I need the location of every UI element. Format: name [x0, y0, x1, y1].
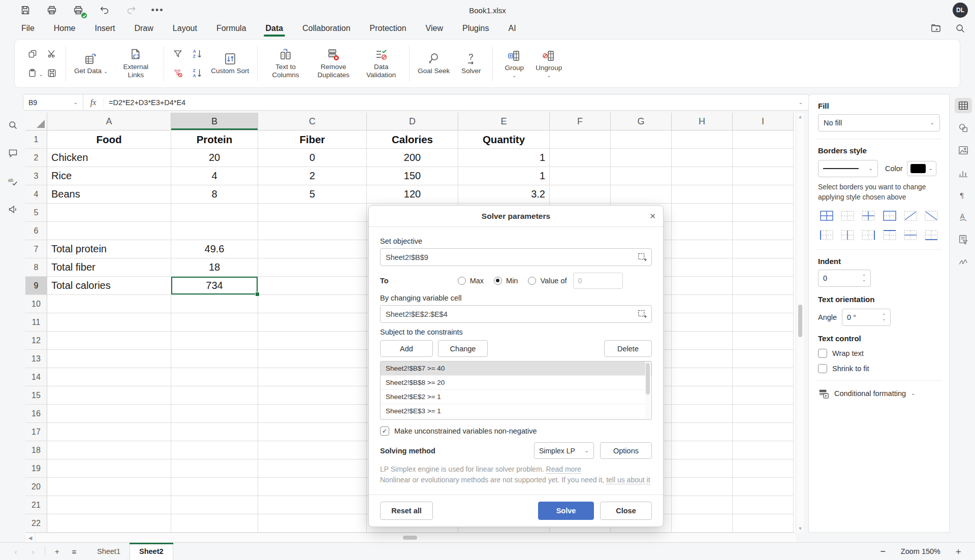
- vertical-scroll-thumb[interactable]: [798, 305, 802, 337]
- cell-H9[interactable]: [672, 277, 733, 295]
- cell-D4[interactable]: 120: [367, 185, 458, 204]
- cell-I12[interactable]: [733, 332, 794, 350]
- cell-H2[interactable]: [672, 149, 733, 167]
- open-location-icon[interactable]: [930, 23, 941, 34]
- cell-G3[interactable]: [611, 167, 672, 185]
- close-button[interactable]: Close: [600, 502, 652, 520]
- options-button[interactable]: Options: [600, 442, 652, 459]
- cell-A13[interactable]: [47, 350, 171, 368]
- cell-B9[interactable]: 734: [171, 277, 258, 295]
- cell-A14[interactable]: [47, 368, 171, 386]
- cell-A4[interactable]: Beans: [47, 185, 171, 204]
- col-header-C[interactable]: C: [258, 113, 367, 130]
- cell-A18[interactable]: [47, 441, 171, 459]
- border-vertical-icon[interactable]: [839, 228, 856, 242]
- cell-I10[interactable]: [733, 295, 794, 313]
- col-header-E[interactable]: E: [458, 113, 550, 130]
- tell-us-link[interactable]: tell us about it: [606, 476, 650, 484]
- cell-I13[interactable]: [733, 350, 794, 368]
- cell-C16[interactable]: [258, 405, 367, 423]
- name-box[interactable]: B9 ⌄: [23, 94, 83, 110]
- row-header-4[interactable]: 4: [25, 185, 47, 204]
- cell-A22[interactable]: [47, 514, 171, 533]
- row-header-3[interactable]: 3: [25, 167, 47, 185]
- conditional-formatting-button[interactable]: Conditional formatting ⌄: [818, 388, 940, 399]
- cell-A17[interactable]: [47, 423, 171, 441]
- cell-A11[interactable]: [47, 313, 171, 332]
- cell-C4[interactable]: 5: [258, 185, 367, 204]
- chart-settings-icon[interactable]: [955, 165, 972, 180]
- cell-H12[interactable]: [672, 332, 733, 350]
- constraint-item[interactable]: Sheet2!$B$8 >= 20: [381, 376, 651, 390]
- row-header-5[interactable]: 5: [25, 204, 47, 222]
- cell-C10[interactable]: [258, 295, 367, 313]
- cell-H1[interactable]: [672, 130, 733, 149]
- cell-H4[interactable]: [672, 185, 733, 204]
- cell-H20[interactable]: [672, 478, 733, 496]
- menu-tab-file[interactable]: File: [20, 22, 36, 35]
- filter-icon[interactable]: [169, 45, 186, 62]
- cell-B3[interactable]: 4: [171, 167, 258, 185]
- set-objective-input[interactable]: Sheet2!$B$9: [380, 248, 652, 266]
- sheet-list-icon[interactable]: ≡: [66, 547, 83, 556]
- menu-tab-collaboration[interactable]: Collaboration: [301, 22, 351, 35]
- cell-I4[interactable]: [733, 185, 794, 204]
- formula-bar-expand-icon[interactable]: ⌄: [793, 101, 809, 105]
- menu-tab-protection[interactable]: Protection: [369, 22, 407, 35]
- goal-seek-button[interactable]: x Goal Seek: [415, 50, 453, 77]
- copy-style-icon[interactable]: [43, 64, 60, 82]
- row-header-1[interactable]: 1: [25, 130, 47, 149]
- cell-I11[interactable]: [733, 313, 794, 332]
- find-icon[interactable]: [8, 120, 18, 130]
- cell-A19[interactable]: [47, 459, 171, 478]
- constraints-scrollbar[interactable]: [645, 362, 651, 419]
- cell-B14[interactable]: [171, 368, 258, 386]
- cell-D2[interactable]: 200: [367, 149, 458, 167]
- spellcheck-icon[interactable]: ab: [7, 176, 18, 187]
- border-left-icon[interactable]: [818, 228, 835, 242]
- cell-H18[interactable]: [672, 441, 733, 459]
- col-header-F[interactable]: F: [550, 113, 611, 130]
- cell-H11[interactable]: [672, 313, 733, 332]
- cell-A7[interactable]: Total protein: [47, 240, 171, 258]
- border-right-icon[interactable]: [860, 228, 877, 242]
- cell-B6[interactable]: [171, 222, 258, 240]
- cell-B18[interactable]: [171, 441, 258, 459]
- stepper-down-icon[interactable]: ⌄: [862, 278, 866, 282]
- cell-H10[interactable]: [672, 295, 733, 313]
- cell-G1[interactable]: [611, 130, 672, 149]
- read-more-link[interactable]: Read more: [546, 465, 581, 474]
- cell-A16[interactable]: [47, 405, 171, 423]
- cell-C13[interactable]: [258, 350, 367, 368]
- cell-A3[interactable]: Rice: [47, 167, 171, 185]
- cell-A21[interactable]: [47, 496, 171, 514]
- row-header-12[interactable]: 12: [25, 332, 47, 350]
- cell-H16[interactable]: [672, 405, 733, 423]
- col-header-G[interactable]: G: [611, 113, 672, 130]
- cell-H7[interactable]: [672, 240, 733, 258]
- cell-C11[interactable]: [258, 313, 367, 332]
- border-diag-down-icon[interactable]: [923, 209, 940, 223]
- solver-button[interactable]: ? Solver: [455, 50, 487, 77]
- cell-F3[interactable]: [550, 167, 611, 185]
- cell-A20[interactable]: [47, 478, 171, 496]
- remove-duplicates-button[interactable]: Remove Duplicates: [310, 46, 356, 81]
- cell-H3[interactable]: [672, 167, 733, 185]
- row-header-10[interactable]: 10: [25, 295, 47, 313]
- search-icon[interactable]: [955, 23, 966, 34]
- custom-sort-button[interactable]: Custom Sort: [208, 50, 252, 77]
- cell-E1[interactable]: Quantity: [458, 130, 550, 149]
- sheet-tab-sheet1[interactable]: Sheet1: [88, 543, 130, 560]
- cell-H19[interactable]: [672, 459, 733, 478]
- border-horizontal-icon[interactable]: [902, 228, 919, 242]
- cell-A1[interactable]: Food: [47, 130, 171, 149]
- col-header-A[interactable]: A: [47, 113, 171, 130]
- cell-H14[interactable]: [672, 368, 733, 386]
- border-none-icon[interactable]: [839, 209, 856, 223]
- col-header-H[interactable]: H: [672, 113, 733, 130]
- scroll-down-arrow-icon[interactable]: ▼: [796, 526, 804, 531]
- row-header-14[interactable]: 14: [25, 368, 47, 386]
- cell-H6[interactable]: [672, 222, 733, 240]
- image-settings-icon[interactable]: [955, 143, 972, 158]
- menu-tab-insert[interactable]: Insert: [93, 22, 116, 35]
